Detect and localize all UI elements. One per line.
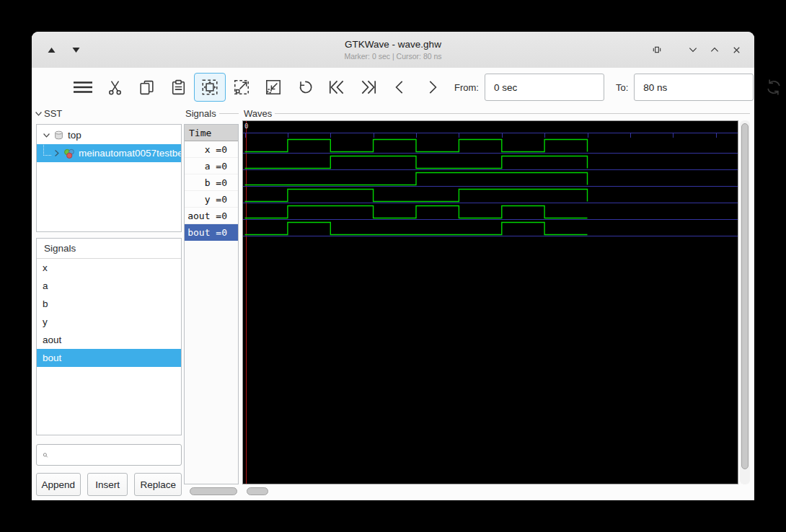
signal-value-row-a[interactable]: a =0 [185,158,238,174]
paste-button[interactable] [162,73,194,102]
chevron-left-icon [391,78,410,97]
signal-value-row-aout[interactable]: aout =0 [185,208,238,224]
tree-connector [43,145,51,156]
signal-list-item-bout[interactable]: bout [37,349,181,367]
sst-frame-label: SST [35,108,182,119]
waveform-y [245,190,588,202]
chevron-down-icon [687,44,699,56]
close-button[interactable] [728,42,744,58]
undo-icon [296,78,314,97]
signal-names-panel: Time x =0a =0b =0y =0aout =0bout =0 [184,124,239,484]
from-input[interactable] [485,74,604,101]
zoom-in-icon [232,78,251,97]
desktop: { "window": { "title": "GTKWave - wave.g… [0,0,786,532]
zoom-out-icon [264,78,283,97]
scope-icon [53,130,64,141]
to-label: To: [616,82,628,93]
reload-button[interactable] [758,73,786,102]
wave-area[interactable]: 0 [242,120,738,484]
marker-cursor-status: Marker: 0 sec | Cursor: 80 ns [344,52,441,61]
window-title: GTKWave - wave.ghw [345,39,441,50]
expander-open-icon[interactable] [43,131,50,139]
wave-vscrollbar-track[interactable] [740,120,750,484]
zoom-to-start-button[interactable] [321,73,353,102]
titlebar[interactable]: GTKWave - wave.ghw Marker: 0 sec | Curso… [32,32,754,68]
main-toolbar: From: To: [32,68,754,107]
shade-down-button[interactable] [66,32,85,68]
zoom-fit-icon [200,78,219,97]
signal-list-item-y[interactable]: y [37,313,181,331]
chevron-right-icon [423,78,441,97]
insert-button[interactable]: Insert [87,473,128,496]
replace-button[interactable]: Replace [134,473,182,496]
undo-button[interactable] [289,73,321,102]
gtkwave-window: GTKWave - wave.ghw Marker: 0 sec | Curso… [32,32,754,500]
triangle-up-icon [48,47,56,53]
triangle-down-icon [72,47,80,53]
sst-collapse-icon[interactable] [35,110,43,118]
signal-list-header: Signals [37,239,181,259]
search-icon [43,450,48,461]
menu-button[interactable] [67,73,99,102]
tree-item-label: meinautomat0057testbe [79,148,181,159]
zoom-fit-button[interactable] [194,73,226,102]
timeline-origin-label: 0 [244,123,248,130]
copy-button[interactable] [131,73,162,102]
paste-icon [169,79,187,97]
skip-to-start-icon [327,78,346,97]
shade-up-button[interactable] [42,32,61,68]
maximize-button[interactable] [707,42,723,58]
signal-list-item-x[interactable]: x [37,259,181,277]
signal-search-box[interactable] [36,444,182,466]
next-edge-button[interactable] [416,73,448,102]
signal-list-item-a[interactable]: a [37,277,181,295]
wave-canvas[interactable]: 0 [243,121,738,484]
sst-buttons: AppendInsertReplace [36,473,182,496]
tree-item-label: top [68,130,81,141]
zoom-to-end-button[interactable] [353,73,384,102]
hamburger-menu-icon [72,79,94,96]
tree-item-top[interactable]: top [37,126,181,144]
from-label: From: [454,82,479,93]
waveform-a [245,156,588,169]
reload-icon [764,78,783,97]
signal-list: xabyaoutbout [37,259,181,367]
wave-hscrollbar-thumb[interactable] [247,487,268,495]
signal-search-input[interactable] [48,444,181,466]
sst-tree-panel: top meinautomat0057testbe [36,124,182,232]
signal-value-row-bout[interactable]: bout =0 [185,224,238,241]
copy-icon [138,79,156,97]
signal-list-item-b[interactable]: b [37,295,181,313]
prev-edge-button[interactable] [384,73,416,102]
zoom-in-button[interactable] [226,73,257,102]
name-rows: x =0a =0b =0y =0aout =0bout =0 [185,141,238,241]
chevron-up-icon [709,44,720,56]
waves-frame-label: Waves [244,108,750,119]
waveform-aout [245,206,588,218]
restore-icon [651,44,663,56]
signal-value-row-b[interactable]: b =0 [185,174,238,191]
signal-list-item-aout[interactable]: aout [37,331,181,349]
signal-value-row-y[interactable]: y =0 [185,191,238,208]
signal-value-row-x[interactable]: x =0 [185,141,238,158]
restore-button[interactable] [649,42,665,58]
close-icon [731,45,742,56]
sst-signals-panel: Signals xabyaoutbout [36,238,182,435]
wave-vscrollbar-thumb[interactable] [741,123,749,469]
waveform-b [245,173,588,185]
expander-closed-icon[interactable] [53,149,61,157]
component-icon [63,148,75,159]
waveform-x [245,140,588,152]
names-hscrollbar-thumb[interactable] [190,487,237,495]
to-input[interactable] [634,74,754,101]
skip-to-end-icon [359,78,378,97]
minimize-button[interactable] [685,42,701,58]
tree-item-testbench[interactable]: meinautomat0057testbe [37,144,181,162]
names-frame-label: Signals [185,108,239,119]
time-column-header[interactable]: Time [185,125,238,141]
cut-icon [106,79,124,97]
zoom-out-button[interactable] [257,73,289,102]
cut-button[interactable] [99,73,131,102]
waveform-bout [245,223,588,235]
append-button[interactable]: Append [36,473,81,496]
